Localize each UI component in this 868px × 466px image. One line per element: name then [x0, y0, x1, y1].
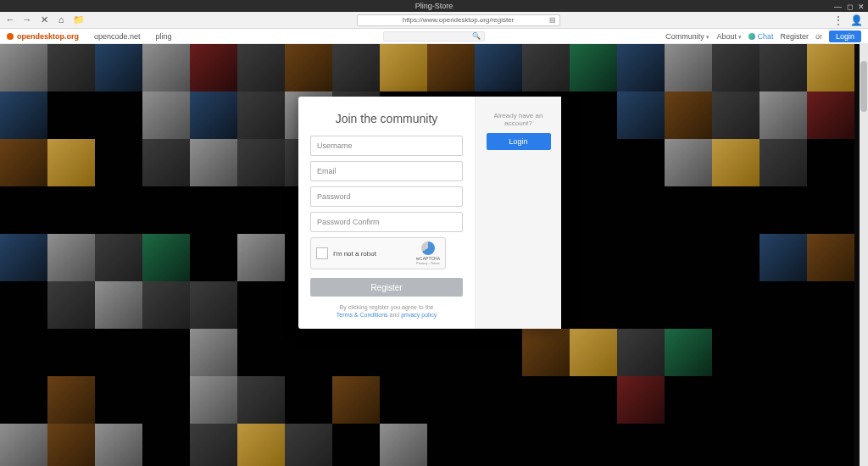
- account-icon[interactable]: 👤: [850, 14, 863, 26]
- site-header-right: Community ▾ About ▾ Chat Register or Log…: [665, 31, 861, 42]
- recaptcha-label: I'm not a robot: [333, 250, 376, 258]
- password-confirm-field[interactable]: Password Confirm: [310, 212, 463, 232]
- recaptcha-checkbox[interactable]: [316, 247, 328, 259]
- privacy-link[interactable]: privacy policy: [401, 312, 437, 318]
- home-icon[interactable]: ⌂: [56, 14, 66, 25]
- chat-icon: [748, 33, 755, 40]
- chat-link[interactable]: Chat: [748, 32, 773, 41]
- url-bar[interactable]: https://www.opendesktop.org/register ▤: [357, 14, 560, 26]
- site-search-input[interactable]: 🔍: [383, 31, 485, 42]
- username-field[interactable]: Username: [310, 136, 463, 156]
- menu-about[interactable]: About ▾: [716, 32, 742, 41]
- agree-text: By clicking register you agree to the Te…: [310, 303, 463, 319]
- brand-logo-icon: [7, 33, 14, 40]
- folder-icon[interactable]: 📁: [73, 14, 83, 25]
- terms-link[interactable]: Terms & Conditions: [337, 312, 388, 318]
- modal-login-button[interactable]: Login: [487, 133, 551, 150]
- register-link[interactable]: Register: [780, 32, 809, 41]
- login-question: Already have an account?: [484, 112, 553, 127]
- brand[interactable]: opendesktop.org: [7, 32, 79, 41]
- browser-toolbar: ← → ✕ ⌂ 📁 https://www.opendesktop.org/re…: [0, 12, 868, 29]
- search-icon: 🔍: [472, 32, 481, 40]
- chevron-down-icon: ▾: [706, 34, 709, 40]
- register-modal: Join the community Username Email Passwo…: [298, 97, 561, 329]
- login-side: Already have an account? Login: [475, 97, 561, 329]
- recaptcha-widget[interactable]: I'm not a robot reCAPTCHA Privacy - Term…: [310, 237, 446, 269]
- main-stage: Join the community Username Email Passwo…: [0, 44, 868, 466]
- maximize-icon[interactable]: ◻: [847, 1, 853, 13]
- window-titlebar: Pling-Store — ◻ ✕: [0, 0, 868, 12]
- modal-title: Join the community: [310, 112, 463, 125]
- password-field[interactable]: Password: [310, 186, 463, 207]
- brand-text: opendesktop.org: [17, 32, 79, 41]
- back-icon[interactable]: ←: [5, 14, 15, 25]
- window-controls: — ◻ ✕: [834, 1, 865, 13]
- login-button[interactable]: Login: [829, 31, 861, 42]
- email-field[interactable]: Email: [310, 161, 463, 181]
- stop-icon[interactable]: ✕: [39, 14, 49, 25]
- window-title: Pling-Store: [415, 2, 453, 10]
- register-button[interactable]: Register: [310, 278, 463, 297]
- vertical-scrollbar[interactable]: [860, 44, 868, 466]
- toolbar-right: ⋮ 👤: [833, 14, 863, 26]
- close-icon[interactable]: ✕: [858, 1, 865, 13]
- nav-icons: ← → ✕ ⌂ 📁: [5, 14, 83, 25]
- url-wrap: https://www.opendesktop.org/register ▤: [92, 14, 825, 26]
- reader-mode-icon[interactable]: ▤: [549, 16, 556, 24]
- forward-icon[interactable]: →: [22, 14, 32, 25]
- register-form: Join the community Username Email Passwo…: [298, 97, 475, 329]
- minimize-icon[interactable]: —: [834, 1, 842, 13]
- chevron-down-icon: ▾: [738, 34, 742, 40]
- menu-community[interactable]: Community ▾: [665, 32, 709, 41]
- recaptcha-icon: [421, 241, 435, 255]
- link-opencode[interactable]: opencode.net: [94, 32, 141, 41]
- recaptcha-badge: reCAPTCHA Privacy - Terms: [416, 241, 440, 265]
- scrollbar-thumb[interactable]: [860, 61, 867, 112]
- or-label: or: [815, 32, 822, 41]
- kebab-icon[interactable]: ⋮: [833, 14, 843, 26]
- site-header: opendesktop.org opencode.net pling 🔍 Com…: [0, 29, 868, 44]
- url-text: https://www.opendesktop.org/register: [403, 16, 515, 24]
- link-pling[interactable]: pling: [156, 32, 172, 41]
